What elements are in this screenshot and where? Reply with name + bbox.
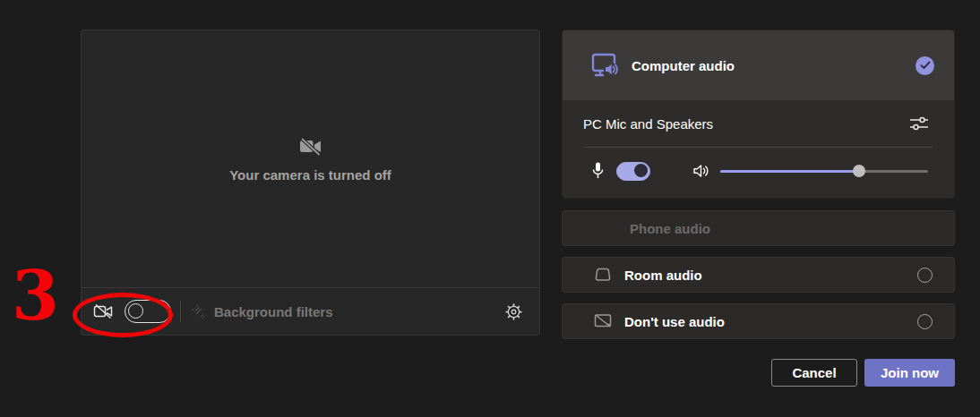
camera-preview-panel: Your camera is turned off — [81, 30, 540, 336]
join-now-button[interactable]: Join now — [864, 359, 955, 387]
mic-toggle-knob — [634, 164, 648, 177]
camera-toolbar: Background filters — [82, 287, 539, 335]
room-audio-option[interactable]: Room audio — [562, 257, 955, 293]
background-filters-label[interactable]: Background filters — [214, 304, 333, 319]
check-icon — [920, 61, 931, 70]
camera-off-icon — [297, 135, 324, 158]
room-audio-label: Room audio — [624, 268, 917, 283]
mic-icon — [591, 161, 605, 181]
speaker-icon — [692, 162, 711, 180]
footer-actions: Cancel Join now — [771, 359, 955, 387]
mic-toggle[interactable] — [616, 162, 650, 181]
camera-toggle-knob — [128, 303, 143, 319]
computer-audio-label: Computer audio — [632, 58, 916, 73]
room-audio-icon — [592, 265, 614, 285]
camera-preview-stage: Your camera is turned off — [82, 30, 539, 287]
computer-audio-block: Computer audio PC Mic and Speakers — [562, 30, 955, 199]
no-audio-radio[interactable] — [917, 314, 933, 329]
selected-check-badge — [916, 56, 934, 75]
gear-icon[interactable] — [504, 302, 523, 321]
device-name: PC Mic and Speakers — [583, 116, 907, 132]
computer-audio-icon — [590, 51, 621, 81]
audio-settings-icon[interactable] — [907, 114, 931, 133]
computer-audio-device-section: PC Mic and Speakers — [563, 100, 954, 198]
camera-off-toggle-icon — [92, 302, 114, 321]
device-row: PC Mic and Speakers — [563, 100, 954, 147]
no-audio-label: Don't use audio — [624, 314, 917, 329]
annotation-step-number: 3 — [12, 262, 59, 330]
background-filters-icon[interactable] — [188, 302, 207, 320]
no-audio-option[interactable]: Don't use audio — [562, 303, 955, 339]
phone-audio-label: Phone audio — [630, 221, 933, 236]
phone-audio-option[interactable]: Phone audio — [562, 210, 955, 246]
camera-status-text: Your camera is turned off — [229, 167, 391, 183]
no-audio-icon — [592, 311, 614, 331]
audio-controls-row — [563, 149, 954, 192]
room-audio-radio[interactable] — [917, 268, 933, 283]
volume-slider-fill — [720, 170, 859, 173]
volume-slider-knob[interactable] — [853, 165, 865, 177]
volume-slider[interactable] — [720, 165, 928, 177]
cancel-button[interactable]: Cancel — [771, 359, 857, 387]
device-divider — [584, 147, 933, 148]
toolbar-divider — [180, 301, 181, 322]
audio-options-panel: Computer audio PC Mic and Speakers — [562, 30, 955, 339]
computer-audio-option[interactable]: Computer audio — [563, 30, 954, 100]
camera-toggle[interactable] — [125, 300, 171, 323]
